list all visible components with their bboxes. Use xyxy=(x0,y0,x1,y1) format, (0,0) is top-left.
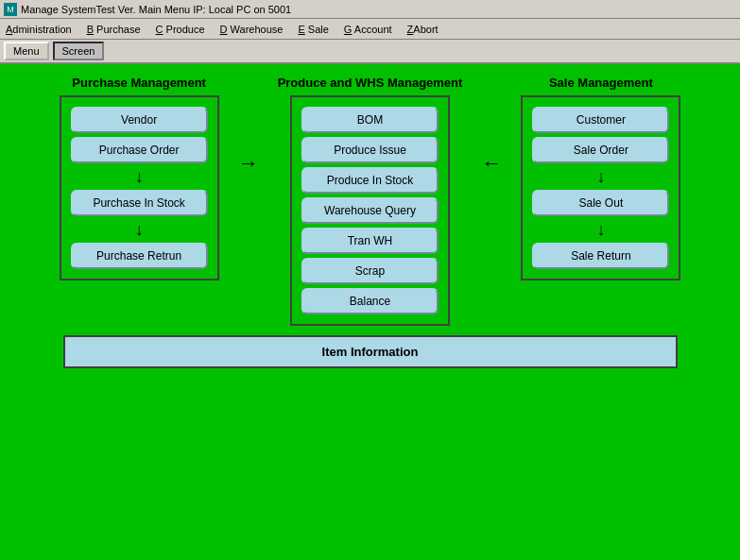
arrow-left-icon: ← xyxy=(477,151,506,176)
sale-column-box: Customer Sale Order ↓ Sale Out ↓ Sale Re… xyxy=(521,95,680,280)
vendor-button[interactable]: Vendor xyxy=(71,107,208,133)
menu-warehouse[interactable]: D Warehouse xyxy=(216,22,287,37)
balance-button[interactable]: Balance xyxy=(301,288,439,314)
title-text: Manage SystemTest Ver. Main Menu IP: Loc… xyxy=(21,4,291,15)
produce-issue-button[interactable]: Produce Issue xyxy=(301,137,439,163)
produce-column-box: BOM Produce Issue Produce In Stock Wareh… xyxy=(290,95,450,326)
produce-in-stock-button[interactable]: Produce In Stock xyxy=(301,167,439,194)
bom-button[interactable]: BOM xyxy=(301,107,439,133)
sale-order-button[interactable]: Sale Order xyxy=(532,137,669,163)
purchase-order-button[interactable]: Purchase Order xyxy=(71,137,208,163)
produce-column-title: Produce and WHS Management xyxy=(278,76,463,90)
menu-administration[interactable]: Administration xyxy=(2,22,76,37)
sale-column: Sale Management Customer Sale Order ↓ Sa… xyxy=(521,76,680,280)
menu-button[interactable]: Menu xyxy=(4,42,49,60)
screen-button[interactable]: Screen xyxy=(53,42,105,60)
warehouse-query-button[interactable]: Warehouse Query xyxy=(301,197,439,224)
menu-abort[interactable]: ZAbort xyxy=(404,22,442,37)
menu-produce[interactable]: C Produce xyxy=(152,22,209,37)
title-bar: M Manage SystemTest Ver. Main Menu IP: L… xyxy=(0,0,740,19)
arrow-down-3: ↓ xyxy=(596,168,605,185)
sale-column-title: Sale Management xyxy=(549,76,653,90)
toolbar: Menu Screen xyxy=(0,40,740,64)
tran-wh-button[interactable]: Tran WH xyxy=(301,228,439,254)
main-content: Purchase Management Vendor Purchase Orde… xyxy=(0,64,740,560)
customer-button[interactable]: Customer xyxy=(532,107,669,133)
arrow-down-2: ↓ xyxy=(135,221,144,238)
purchase-column: Purchase Management Vendor Purchase Orde… xyxy=(60,76,219,280)
menu-sale[interactable]: E Sale xyxy=(294,22,332,37)
arrow-down-1: ↓ xyxy=(135,168,144,185)
columns-layout: Purchase Management Vendor Purchase Orde… xyxy=(15,76,725,326)
item-information-bar[interactable]: Item Information xyxy=(63,335,678,368)
sale-out-button[interactable]: Sale Out xyxy=(532,190,669,216)
purchase-retrun-button[interactable]: Purchase Retrun xyxy=(71,243,208,269)
scrap-button[interactable]: Scrap xyxy=(301,258,439,284)
purchase-column-title: Purchase Management xyxy=(72,76,206,90)
menu-bar: Administration B Purchase C Produce D Wa… xyxy=(0,19,740,40)
app-icon: M xyxy=(4,3,17,16)
sale-return-button[interactable]: Sale Return xyxy=(532,243,669,269)
arrow-down-4: ↓ xyxy=(596,221,605,238)
produce-column: Produce and WHS Management BOM Produce I… xyxy=(278,76,463,326)
purchase-column-box: Vendor Purchase Order ↓ Purchase In Stoc… xyxy=(60,95,219,280)
arrow-right-icon: → xyxy=(234,151,263,176)
menu-purchase[interactable]: B Purchase xyxy=(83,22,145,37)
purchase-in-stock-button[interactable]: Purchase In Stock xyxy=(71,190,208,216)
menu-account[interactable]: G Account xyxy=(340,22,396,37)
